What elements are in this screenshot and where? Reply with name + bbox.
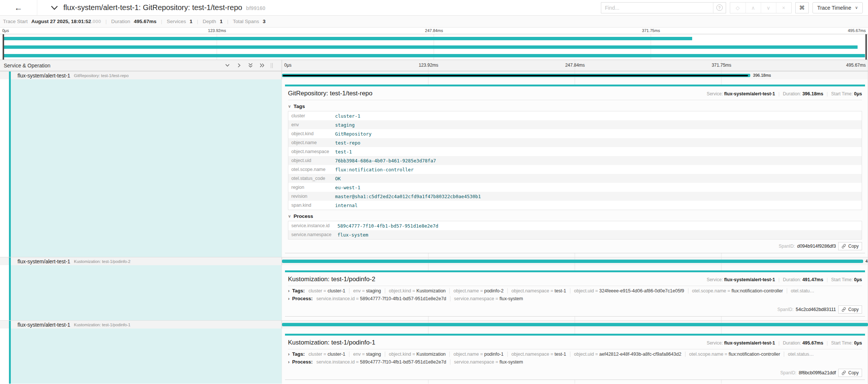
span-id-value: 54c2cd462bd83111 bbox=[796, 307, 836, 312]
tag-value: flux-system bbox=[335, 230, 862, 239]
tag-key: otel.scope.name bbox=[288, 165, 332, 174]
meta-separator: | bbox=[778, 340, 779, 346]
equals-sign: = bbox=[411, 352, 416, 357]
tag-row: span.kindinternal bbox=[288, 201, 862, 210]
tag-summary-item: cluster = cluster-1 bbox=[308, 288, 349, 293]
span-detail-header: Kustomization: test-1/podinfo-2Service: … bbox=[288, 272, 862, 286]
meta-value: 0μs bbox=[854, 91, 862, 96]
copy-span-id-button[interactable]: Copy bbox=[838, 242, 862, 250]
span-duration-bar[interactable] bbox=[282, 260, 863, 263]
span-section: flux-system/alert-test-1Kustomization: t… bbox=[0, 320, 868, 384]
minimap-range-handle-right[interactable] bbox=[865, 34, 867, 60]
tag-key: object.name bbox=[288, 138, 332, 147]
tick-label: 247.84ms bbox=[565, 63, 585, 68]
tags-summary-line[interactable]: ›Tags:cluster = cluster-1env = stagingob… bbox=[288, 349, 862, 358]
tag-value: podinfo-1 bbox=[484, 352, 504, 357]
prev-result-button[interactable]: ∧ bbox=[745, 3, 761, 13]
span-detail-row: GitRepository: test-1/test-repoService: … bbox=[0, 79, 868, 257]
span-id-value: d094b914f9286df3 bbox=[797, 244, 836, 249]
chevron-right-icon: › bbox=[288, 288, 289, 293]
equals-sign: = bbox=[726, 288, 731, 293]
tag-key: object.uid bbox=[574, 288, 594, 293]
tag-value: GitRepository bbox=[332, 129, 862, 138]
copy-span-id-button[interactable]: Copy bbox=[838, 305, 862, 314]
span-detail-area: Kustomization: test-1/podinfo-2Service: … bbox=[282, 265, 868, 320]
minimap-tick-labels: 0μs123.92ms247.84ms371.75ms495.67ms bbox=[0, 28, 868, 34]
next-result-icon: ∨ bbox=[767, 5, 770, 11]
tag-key: cluster bbox=[288, 111, 332, 121]
tick-label: 0μs bbox=[284, 63, 292, 68]
tags-section-toggle[interactable]: ∨Tags bbox=[288, 104, 862, 109]
meta-label: Duration: bbox=[783, 340, 802, 346]
equals-sign: = bbox=[361, 288, 366, 293]
span-duration-bar[interactable] bbox=[282, 74, 750, 77]
trace-summary-bar: Trace Start August 27 2025, 18:01:52.000… bbox=[0, 16, 868, 28]
collapse-one-level-icon[interactable] bbox=[225, 63, 230, 68]
clear-search-button[interactable]: × bbox=[776, 3, 791, 13]
span-name-cell[interactable]: flux-system/alert-test-1Kustomization: t… bbox=[0, 321, 282, 329]
summary-item-label: Total Spans bbox=[233, 19, 260, 24]
tag-value: flux:notification-controller bbox=[729, 352, 780, 357]
span-name-cell[interactable]: flux-system/alert-test-1GitRepository: t… bbox=[0, 72, 282, 79]
span-row[interactable]: flux-system/alert-test-1GitRepository: t… bbox=[0, 71, 868, 79]
tag-value: flux-system bbox=[500, 359, 523, 365]
minimap-graph[interactable] bbox=[0, 34, 868, 60]
find-input[interactable] bbox=[601, 3, 713, 13]
meta-value: flux-system/alert-test-1 bbox=[724, 277, 775, 282]
meta-label: Start Time: bbox=[831, 340, 854, 346]
equals-sign: = bbox=[355, 359, 360, 365]
trace-view-selector[interactable]: Trace Timeline ∨ bbox=[812, 2, 863, 13]
top-bar-controls: ? ◇∧∨× ⌘ Trace Timeline ∨ bbox=[601, 2, 868, 13]
meta-separator: | bbox=[827, 340, 828, 346]
process-summary-line[interactable]: ›Process:service.instance.id = 589c4777-… bbox=[288, 295, 862, 303]
back-button[interactable]: ← bbox=[0, 0, 37, 15]
tags-summary-line[interactable]: ›Tags:cluster = cluster-1env = stagingob… bbox=[288, 286, 862, 295]
process-section-toggle[interactable]: ∨Process bbox=[288, 213, 862, 219]
process-section-title: Process bbox=[294, 213, 313, 219]
chevron-right-icon: › bbox=[288, 359, 289, 365]
process-summary-line[interactable]: ›Process:service.instance.id = 589c4777-… bbox=[288, 358, 862, 366]
span-row[interactable]: flux-system/alert-test-1Kustomization: t… bbox=[0, 257, 868, 265]
minimap-span-bar bbox=[3, 37, 692, 40]
span-duration-bar[interactable] bbox=[282, 323, 868, 326]
meta-label: Service: bbox=[707, 277, 724, 282]
span-bar-cell[interactable]: 4 bbox=[282, 257, 868, 265]
summary-item: Services 1 bbox=[167, 19, 193, 24]
expand-all-icon[interactable] bbox=[259, 63, 265, 68]
tick-label: 371.75ms bbox=[712, 63, 731, 68]
tag-summary-item: service.instance.id = 589c4777-7f10-4fb1… bbox=[316, 359, 450, 365]
tag-key: env bbox=[353, 288, 361, 293]
collapse-trace-header-button[interactable] bbox=[37, 5, 63, 10]
tag-value: 324feeee-e915-4d06-af86-0d0e7c1e05f9 bbox=[599, 288, 684, 293]
meta-label: Service: bbox=[707, 91, 724, 96]
copy-span-id-button[interactable]: Copy bbox=[838, 369, 862, 377]
tag-key: service.instance.id bbox=[316, 359, 355, 365]
copy-button-label: Copy bbox=[848, 307, 859, 312]
tag-key: otel.scope.name bbox=[689, 352, 723, 357]
timeline-grid-header: Service & Operation 0μs123.92ms247.84ms3… bbox=[0, 60, 868, 71]
span-operation-name: Kustomization: test-1/podinfo-2 bbox=[74, 259, 131, 264]
chevron-down-icon: ∨ bbox=[288, 214, 291, 219]
tag-row: clustercluster-1 bbox=[288, 111, 862, 121]
next-result-button[interactable]: ∨ bbox=[761, 3, 776, 13]
match-button[interactable]: ◇ bbox=[730, 3, 745, 13]
column-resize-handle[interactable] bbox=[271, 63, 273, 68]
collapse-all-icon[interactable] bbox=[248, 63, 253, 68]
find-help-button[interactable]: ? bbox=[713, 3, 726, 13]
minimap-range-handle-left[interactable] bbox=[3, 34, 4, 60]
span-detail-row: Kustomization: test-1/podinfo-2Service: … bbox=[0, 265, 868, 320]
tag-value: test-1 bbox=[332, 147, 862, 156]
span-bar-cell[interactable] bbox=[282, 321, 868, 329]
equals-sign: = bbox=[723, 352, 729, 357]
summary-item-value-suffix: .000 bbox=[91, 19, 101, 24]
span-bar-cell[interactable]: 396.18ms bbox=[282, 72, 868, 79]
span-name-cell[interactable]: flux-system/alert-test-1Kustomization: t… bbox=[0, 257, 282, 265]
tag-key: cluster bbox=[308, 352, 322, 357]
timeline-tick-header: 0μs123.92ms247.84ms371.75ms495.67ms bbox=[282, 60, 868, 71]
summary-item-value: 1 bbox=[190, 19, 193, 24]
keyboard-shortcuts-button[interactable]: ⌘ bbox=[795, 2, 809, 13]
span-detail-header: Kustomization: test-1/podinfo-1Service: … bbox=[288, 336, 862, 349]
prev-result-icon: ∧ bbox=[751, 5, 755, 11]
span-row[interactable]: flux-system/alert-test-1Kustomization: t… bbox=[0, 320, 868, 329]
expand-one-level-icon[interactable] bbox=[236, 63, 242, 68]
